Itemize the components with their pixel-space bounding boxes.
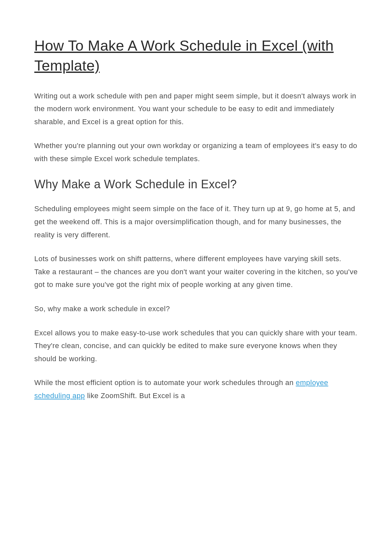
section1-paragraph-5: While the most efficient option is to au… [34, 376, 358, 402]
page-title: How To Make A Work Schedule in Excel (wi… [34, 36, 358, 76]
intro-paragraph-1: Writing out a work schedule with pen and… [34, 90, 358, 128]
p5-text-before: While the most efficient option is to au… [34, 378, 296, 387]
section1-paragraph-1: Scheduling employees might seem simple o… [34, 202, 358, 241]
section1-paragraph-2: Lots of businesses work on shift pattern… [34, 252, 358, 291]
intro-paragraph-2: Whether you're planning out your own wor… [34, 139, 358, 165]
section1-paragraph-4: Excel allows you to make easy-to-use wor… [34, 327, 358, 365]
section1-paragraph-3: So, why make a work schedule in excel? [34, 302, 358, 315]
p5-text-after: like ZoomShift. But Excel is a [85, 392, 185, 400]
section-heading-why: Why Make a Work Schedule in Excel? [34, 177, 358, 191]
